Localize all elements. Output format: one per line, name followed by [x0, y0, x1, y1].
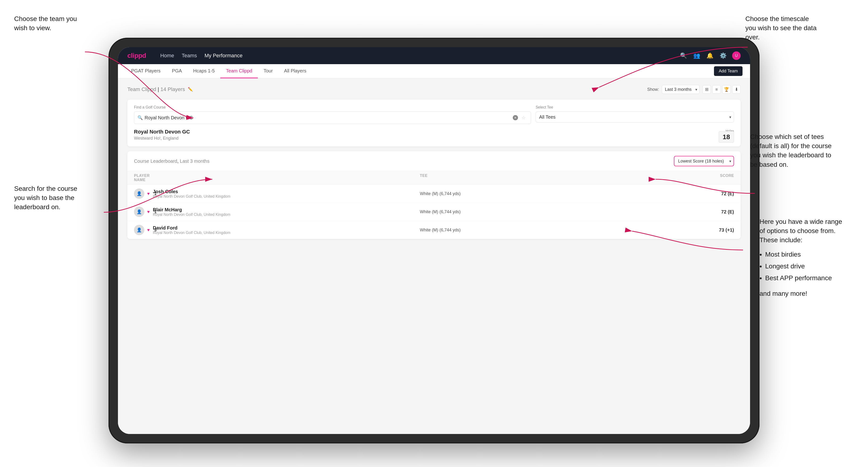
search-magnifier-icon: 🔍 [137, 115, 143, 120]
subnav-tour[interactable]: Tour [258, 64, 278, 78]
search-input-wrapper[interactable]: 🔍 ✕ ☆ [134, 111, 531, 124]
holes-badge: Holes 18 [719, 129, 734, 141]
subnav-pgat[interactable]: PGAT Players [125, 64, 166, 78]
edit-icon[interactable]: ✏️ [188, 87, 193, 92]
player-cell-2: 👤 ♥ 1 [134, 207, 153, 217]
main-content: Team Clippd | 14 Players ✏️ Show: Last m… [118, 78, 750, 434]
holes-value: 18 [719, 131, 734, 143]
nav-my-performance[interactable]: My Performance [205, 53, 243, 59]
search-card: Find a Golf Course 🔍 ✕ ☆ Select Tee Al [127, 99, 741, 147]
player-name-cell-3: David Ford Royal North Devon Golf Club, … [153, 225, 420, 235]
logo: clippd [127, 52, 146, 59]
course-search-input[interactable] [145, 115, 511, 121]
player-name-cell-1: Josh Coles Royal North Devon Golf Club, … [153, 189, 420, 198]
subnav-pga[interactable]: PGA [166, 64, 187, 78]
annotation-mid-right: Choose which set of tees (default is all… [750, 132, 840, 169]
show-label: Show: [647, 87, 659, 92]
course-name: Royal North Devon GC [134, 129, 190, 135]
table-row: 👤 ♥ 3 David Ford Royal North Devon Golf … [127, 221, 741, 239]
table-row: 👤 ♥ 1 Blair McHarg Royal North Devon Gol… [127, 203, 741, 221]
nav-icons: 🔍 👥 🔔 ⚙️ U [679, 52, 741, 60]
show-select-wrapper: Last month Last 3 months Last 6 months L… [662, 85, 700, 94]
player-club-1: Royal North Devon Golf Club, United King… [153, 194, 420, 198]
bell-icon[interactable]: 🔔 [706, 52, 714, 60]
player-name-2: Blair McHarg [153, 207, 420, 213]
team-title: Team Clippd | 14 Players [127, 86, 185, 92]
annotation-top-left: Choose the team you wish to view. [14, 14, 80, 33]
table-row: 👤 ♥ 1 Josh Coles Royal North Devon Golf … [127, 185, 741, 203]
score-cell-1: 72 (E) [687, 191, 734, 196]
favourite-icon[interactable]: ☆ [520, 114, 527, 121]
bullet-2: Longest drive [765, 260, 844, 272]
table-header: PLAYER NAME TEE SCORE [127, 171, 741, 185]
nav-teams[interactable]: Teams [182, 53, 197, 59]
player-name-cell-2: Blair McHarg Royal North Devon Golf Club… [153, 207, 420, 217]
list-view-icon[interactable]: ≡ [712, 85, 721, 94]
leaderboard-header: Course Leaderboard, Last 3 months Lowest… [127, 151, 741, 171]
show-select[interactable]: Last month Last 3 months Last 6 months L… [662, 85, 700, 94]
tee-cell-1: White (M) (6,744 yds) [420, 191, 687, 196]
search-field: Find a Golf Course 🔍 ✕ ☆ [134, 105, 531, 124]
show-controls: Show: Last month Last 3 months Last 6 mo… [647, 85, 741, 94]
col-player-header: PLAYER NAME [134, 174, 153, 182]
tablet-frame: clippd Home Teams My Performance 🔍 👥 🔔 ⚙… [108, 38, 760, 443]
bullet-3: Best APP performance [765, 272, 844, 284]
trophy-icon[interactable]: 🏆 [722, 85, 731, 94]
annotation-far-right-bottom: Here you have a wide range of options to… [760, 217, 844, 298]
heart-icon-3[interactable]: ♥ [147, 228, 150, 232]
player-name-1: Josh Coles [153, 189, 420, 194]
leaderboard-card: Course Leaderboard, Last 3 months Lowest… [127, 151, 741, 239]
nav-items: Home Teams My Performance [160, 53, 670, 59]
subnav-team-clippd[interactable]: Team Clippd [220, 64, 258, 78]
tee-cell-3: White (M) (6,744 yds) [420, 228, 687, 232]
annotation-top-left-text: Choose the team you wish to view. [14, 15, 77, 32]
find-course-label: Find a Golf Course [134, 105, 531, 110]
search-row: Find a Golf Course 🔍 ✕ ☆ Select Tee Al [134, 105, 734, 124]
subnav-all-players[interactable]: All Players [278, 64, 312, 78]
annotation-far-right-suffix: and many more! [760, 289, 844, 298]
bullet-1: Most birdies [765, 249, 844, 260]
col-player-name-header [153, 174, 420, 182]
settings-icon[interactable]: ⚙️ [719, 52, 727, 60]
add-team-button[interactable]: Add Team [714, 66, 743, 76]
heart-icon-1[interactable]: ♥ [147, 191, 150, 196]
player-cell-3: 👤 ♥ 3 [134, 225, 153, 235]
tee-select[interactable]: All Tees White (M) Yellow (M) Red (L) [536, 111, 734, 123]
sub-nav: PGAT Players PGA Hcaps 1-5 Team Clippd T… [118, 64, 750, 78]
leaderboard-title: Course Leaderboard, Last 3 months [134, 158, 210, 164]
score-cell-3: 73 (+1) [687, 227, 734, 233]
search-icon[interactable]: 🔍 [679, 52, 688, 60]
player-name-3: David Ford [153, 225, 420, 231]
player-club-3: Royal North Devon Golf Club, United King… [153, 231, 420, 235]
annotation-bottom-left-text: Search for the course you wish to base t… [14, 185, 78, 211]
player-avatar-3: 👤 [134, 225, 144, 235]
annotation-top-right-text: Choose the timescale you wish to see the… [745, 15, 816, 41]
course-result: Royal North Devon GC Westward Ho!, Engla… [134, 124, 734, 141]
annotation-mid-right-text: Choose which set of tees (default is all… [750, 133, 832, 168]
top-nav: clippd Home Teams My Performance 🔍 👥 🔔 ⚙… [118, 47, 750, 64]
annotation-top-right: Choose the timescale you wish to see the… [745, 14, 821, 42]
annotation-far-right-bottom-title: Here you have a wide range of options to… [760, 217, 844, 245]
view-icons: ⊞ ≡ 🏆 ⬇ [703, 85, 741, 94]
course-location: Westward Ho!, England [134, 136, 190, 141]
grid-view-icon[interactable]: ⊞ [703, 85, 711, 94]
heart-icon-2[interactable]: ♥ [147, 210, 150, 214]
people-icon[interactable]: 👥 [692, 52, 701, 60]
player-avatar-1: 👤 [134, 188, 144, 199]
tee-label: Select Tee [536, 105, 734, 110]
download-icon[interactable]: ⬇ [732, 85, 741, 94]
leaderboard-table: PLAYER NAME TEE SCORE 👤 ♥ 1 Josh [127, 171, 741, 239]
subnav-hcaps[interactable]: Hcaps 1-5 [187, 64, 220, 78]
score-select-wrapper: Lowest Score (18 holes) Most Birdies Lon… [674, 156, 734, 166]
course-info: Royal North Devon GC Westward Ho!, Engla… [134, 129, 190, 141]
score-type-select[interactable]: Lowest Score (18 holes) Most Birdies Lon… [674, 156, 734, 166]
col-tee-header: TEE [420, 174, 687, 182]
clear-search-button[interactable]: ✕ [513, 115, 518, 120]
team-header: Team Clippd | 14 Players ✏️ Show: Last m… [127, 85, 741, 94]
col-score-header: SCORE [687, 174, 734, 182]
score-cell-2: 72 (E) [687, 209, 734, 215]
avatar[interactable]: U [732, 52, 741, 60]
tee-cell-2: White (M) (6,744 yds) [420, 210, 687, 214]
tee-select-wrapper: All Tees White (M) Yellow (M) Red (L) [536, 111, 734, 123]
nav-home[interactable]: Home [160, 53, 174, 59]
